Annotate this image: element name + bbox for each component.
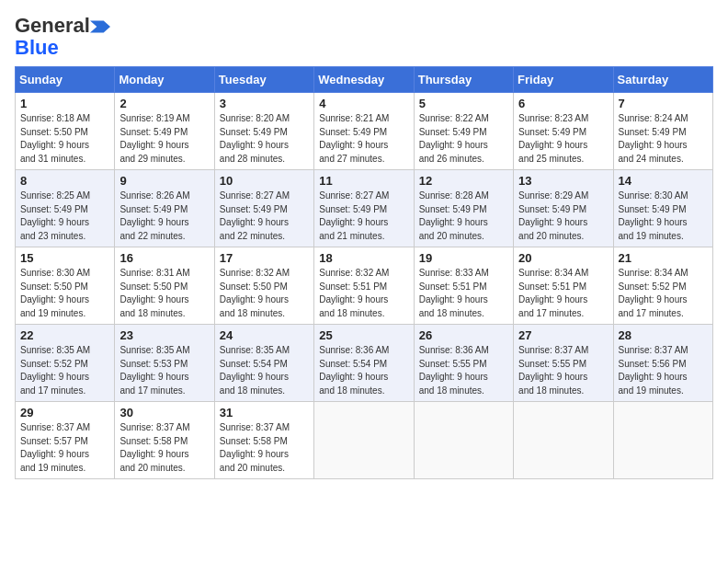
cell-info: Sunrise: 8:37 AMSunset: 5:55 PMDaylight:… [518,344,608,397]
calendar-cell: 20Sunrise: 8:34 AMSunset: 5:51 PMDayligh… [514,247,613,325]
day-number: 9 [119,174,209,188]
calendar-cell: 11Sunrise: 8:27 AMSunset: 5:49 PMDayligh… [314,170,414,247]
cell-info: Sunrise: 8:35 AMSunset: 5:54 PMDaylight:… [220,344,309,397]
calendar-table: SundayMondayTuesdayWednesdayThursdayFrid… [15,66,713,479]
calendar-cell: 7Sunrise: 8:24 AMSunset: 5:49 PMDaylight… [613,93,712,170]
day-number: 19 [419,251,508,265]
calendar-week-2: 8Sunrise: 8:25 AMSunset: 5:49 PMDaylight… [16,170,713,247]
calendar-cell: 30Sunrise: 8:37 AMSunset: 5:58 PMDayligh… [115,402,214,479]
weekday-header-thursday: Thursday [414,67,513,93]
cell-info: Sunrise: 8:19 AMSunset: 5:49 PMDaylight:… [119,112,209,166]
calendar-cell: 4Sunrise: 8:21 AMSunset: 5:49 PMDaylight… [314,93,414,170]
day-number: 26 [419,328,508,342]
cell-info: Sunrise: 8:36 AMSunset: 5:54 PMDaylight:… [319,344,408,397]
calendar-cell: 22Sunrise: 8:35 AMSunset: 5:52 PMDayligh… [16,325,115,402]
calendar-cell: 24Sunrise: 8:35 AMSunset: 5:54 PMDayligh… [214,325,313,402]
calendar-cell: 6Sunrise: 8:23 AMSunset: 5:49 PMDaylight… [514,93,613,170]
day-number: 22 [20,328,109,342]
day-number: 28 [619,328,708,342]
day-number: 18 [319,251,408,265]
logo-icon [90,20,110,33]
day-number: 24 [220,328,309,342]
day-number: 4 [319,97,408,110]
cell-info: Sunrise: 8:20 AMSunset: 5:49 PMDaylight:… [220,112,309,166]
page-header: General Blue [15,15,713,59]
calendar-cell: 31Sunrise: 8:37 AMSunset: 5:58 PMDayligh… [214,402,313,479]
calendar-cell: 27Sunrise: 8:37 AMSunset: 5:55 PMDayligh… [514,325,613,402]
day-number: 30 [119,406,209,419]
calendar-cell [514,402,613,479]
cell-info: Sunrise: 8:18 AMSunset: 5:50 PMDaylight:… [20,112,109,166]
cell-info: Sunrise: 8:35 AMSunset: 5:53 PMDaylight:… [119,344,209,397]
calendar-cell: 1Sunrise: 8:18 AMSunset: 5:50 PMDaylight… [16,93,115,170]
day-number: 15 [20,251,109,265]
calendar-cell: 26Sunrise: 8:36 AMSunset: 5:55 PMDayligh… [414,325,513,402]
cell-info: Sunrise: 8:37 AMSunset: 5:58 PMDaylight:… [220,421,309,475]
cell-info: Sunrise: 8:21 AMSunset: 5:49 PMDaylight:… [319,112,408,166]
calendar-week-5: 29Sunrise: 8:37 AMSunset: 5:57 PMDayligh… [16,402,713,479]
day-number: 2 [119,97,209,110]
weekday-header-sunday: Sunday [16,67,115,93]
calendar-cell: 19Sunrise: 8:33 AMSunset: 5:51 PMDayligh… [414,247,513,325]
calendar-week-3: 15Sunrise: 8:30 AMSunset: 5:50 PMDayligh… [16,247,713,325]
day-number: 10 [220,174,309,188]
calendar-cell: 14Sunrise: 8:30 AMSunset: 5:49 PMDayligh… [613,170,712,247]
cell-info: Sunrise: 8:25 AMSunset: 5:49 PMDaylight:… [20,190,109,243]
cell-info: Sunrise: 8:30 AMSunset: 5:49 PMDaylight:… [619,190,708,243]
weekday-header-monday: Monday [115,67,214,93]
day-number: 25 [319,328,408,342]
cell-info: Sunrise: 8:33 AMSunset: 5:51 PMDaylight:… [419,267,508,320]
cell-info: Sunrise: 8:36 AMSunset: 5:55 PMDaylight:… [419,344,508,397]
day-number: 23 [119,328,209,342]
logo: General Blue [15,15,110,59]
day-number: 3 [220,97,309,110]
calendar-cell [414,402,513,479]
calendar-cell: 21Sunrise: 8:34 AMSunset: 5:52 PMDayligh… [613,247,712,325]
logo-text: General [15,15,90,37]
logo-blue-text: Blue [15,37,59,59]
day-number: 13 [518,174,608,188]
cell-info: Sunrise: 8:32 AMSunset: 5:51 PMDaylight:… [319,267,408,320]
cell-info: Sunrise: 8:37 AMSunset: 5:57 PMDaylight:… [20,421,109,475]
calendar-cell: 10Sunrise: 8:27 AMSunset: 5:49 PMDayligh… [214,170,313,247]
cell-info: Sunrise: 8:27 AMSunset: 5:49 PMDaylight:… [220,190,309,243]
calendar-cell [613,402,712,479]
calendar-cell: 2Sunrise: 8:19 AMSunset: 5:49 PMDaylight… [115,93,214,170]
cell-info: Sunrise: 8:29 AMSunset: 5:49 PMDaylight:… [518,190,608,243]
calendar-cell: 3Sunrise: 8:20 AMSunset: 5:49 PMDaylight… [214,93,313,170]
day-number: 6 [518,97,608,110]
calendar-cell: 5Sunrise: 8:22 AMSunset: 5:49 PMDaylight… [414,93,513,170]
cell-info: Sunrise: 8:37 AMSunset: 5:58 PMDaylight:… [119,421,209,475]
cell-info: Sunrise: 8:37 AMSunset: 5:56 PMDaylight:… [619,344,708,397]
day-number: 17 [220,251,309,265]
day-number: 1 [20,97,109,110]
cell-info: Sunrise: 8:28 AMSunset: 5:49 PMDaylight:… [419,190,508,243]
day-number: 27 [518,328,608,342]
day-number: 14 [619,174,708,188]
day-number: 21 [619,251,708,265]
calendar-cell [314,402,414,479]
calendar-week-4: 22Sunrise: 8:35 AMSunset: 5:52 PMDayligh… [16,325,713,402]
calendar-cell: 29Sunrise: 8:37 AMSunset: 5:57 PMDayligh… [16,402,115,479]
cell-info: Sunrise: 8:34 AMSunset: 5:51 PMDaylight:… [518,267,608,320]
day-number: 11 [319,174,408,188]
day-number: 16 [119,251,209,265]
weekday-header-saturday: Saturday [613,67,712,93]
weekday-header-tuesday: Tuesday [214,67,313,93]
cell-info: Sunrise: 8:27 AMSunset: 5:49 PMDaylight:… [319,190,408,243]
calendar-week-1: 1Sunrise: 8:18 AMSunset: 5:50 PMDaylight… [16,93,713,170]
weekday-header-friday: Friday [514,67,613,93]
calendar-body: 1Sunrise: 8:18 AMSunset: 5:50 PMDaylight… [16,93,713,479]
cell-info: Sunrise: 8:24 AMSunset: 5:49 PMDaylight:… [619,112,708,166]
calendar-cell: 8Sunrise: 8:25 AMSunset: 5:49 PMDaylight… [16,170,115,247]
cell-info: Sunrise: 8:34 AMSunset: 5:52 PMDaylight:… [619,267,708,320]
calendar-cell: 25Sunrise: 8:36 AMSunset: 5:54 PMDayligh… [314,325,414,402]
svg-marker-0 [90,20,110,32]
cell-info: Sunrise: 8:35 AMSunset: 5:52 PMDaylight:… [20,344,109,397]
cell-info: Sunrise: 8:30 AMSunset: 5:50 PMDaylight:… [20,267,109,320]
cell-info: Sunrise: 8:32 AMSunset: 5:50 PMDaylight:… [220,267,309,320]
calendar-cell: 28Sunrise: 8:37 AMSunset: 5:56 PMDayligh… [613,325,712,402]
calendar-header-row: SundayMondayTuesdayWednesdayThursdayFrid… [16,67,713,93]
day-number: 5 [419,97,508,110]
calendar-cell: 13Sunrise: 8:29 AMSunset: 5:49 PMDayligh… [514,170,613,247]
